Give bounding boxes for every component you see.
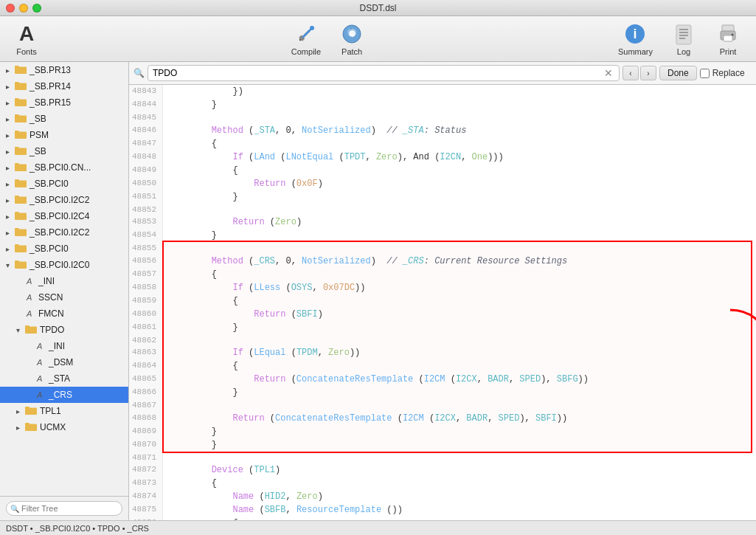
sidebar-item-SSCN[interactable]: A SSCN (0, 289, 128, 306)
arrow-icon: ▸ (6, 164, 15, 172)
table-row: 48859 { (129, 294, 756, 308)
filter-input[interactable] (6, 501, 122, 516)
arrow-icon: ▸ (6, 131, 15, 139)
sidebar-item-TPDO._INI[interactable]: A _INI (0, 338, 128, 354)
sidebar-item-_SB.PCI0.I2C2a[interactable]: ▸ _SB.PCI0.I2C2 (0, 192, 128, 208)
table-row: 48865 Return (ConcatenateResTemplate (I2… (129, 373, 756, 386)
arrow-icon: ▸ (6, 115, 15, 123)
table-row: 48843 }) (129, 85, 756, 98)
table-row: 48846 Method (_STA, 0, NotSerialized) //… (129, 124, 756, 137)
sidebar-item-label: _DSM (49, 357, 73, 367)
sidebar-item-_SB.PCI0.I2C0[interactable]: ▾ _SB.PCI0.I2C0 (0, 257, 128, 273)
sidebar-item-label: _SB.PCI0.I2C4 (30, 211, 89, 221)
print-label: Print (720, 47, 737, 56)
compile-label: Compile (291, 47, 321, 56)
arrow-icon: ▸ (6, 213, 15, 221)
sidebar-item-label: SSCN (38, 292, 63, 303)
main-content: ▸ _SB.PR13▸ _SB.PR14▸ _SB.PR15▸ _SB▸ PSM… (0, 62, 756, 520)
minimize-button[interactable] (19, 4, 28, 13)
compile-button[interactable]: Compile (284, 19, 328, 59)
sidebar-item-label: FMCN (38, 308, 64, 319)
svg-text:A: A (36, 390, 42, 399)
titlebar: DSDT.dsl (0, 0, 756, 16)
sidebar-item-label: _SB.PCI0.I2C0 (30, 260, 89, 270)
code-editor[interactable]: 48843 })48844 }4884548846 Method (_STA, … (129, 85, 756, 520)
sidebar-item-_SB.PCI0[interactable]: ▸ _SB.PCI0 (0, 176, 128, 192)
table-row: 48869 } (129, 425, 756, 438)
sidebar-item-label: _SB.PCI0.CN... (30, 162, 91, 173)
sidebar-item-PSM[interactable]: ▸ PSM (0, 127, 128, 143)
table-row: 48858 If (LLess (OSYS, 0x07DC)) (129, 281, 756, 294)
fonts-button[interactable]: A Fonts (7, 19, 46, 59)
replace-checkbox[interactable] (700, 69, 710, 78)
svg-text:i: i (634, 27, 637, 41)
log-button[interactable]: Log (663, 19, 704, 59)
folder-icon (15, 211, 27, 222)
log-icon (672, 22, 696, 46)
fonts-icon: A (15, 22, 38, 46)
window-controls (6, 4, 41, 13)
table-row: 48847 { (129, 137, 756, 151)
close-button[interactable] (6, 4, 15, 13)
folder-icon (15, 260, 27, 271)
search-input-wrap: ✕ (148, 65, 620, 81)
sidebar-item-_SB.PCI0.I2C2b[interactable]: ▸ _SB.PCI0.I2C2 (0, 224, 128, 241)
folder-icon (15, 97, 27, 108)
arrow-icon: ▸ (6, 83, 15, 91)
sidebar-item-FMCN[interactable]: A FMCN (0, 306, 128, 322)
editor-area: 🔍 ✕ ‹ › Done Replace 48843 })48844 (129, 62, 756, 520)
sidebar-item-_SB.PCI0.CN[interactable]: ▸ _SB.PCI0.CN... (0, 159, 128, 176)
sidebar-item-_SB.PR14[interactable]: ▸ _SB.PR14 (0, 78, 128, 94)
search-input[interactable] (153, 68, 603, 78)
done-button[interactable]: Done (659, 66, 697, 80)
file-icon: A (35, 389, 46, 401)
table-row: 48854 } (129, 229, 756, 242)
sidebar-item-_SB[interactable]: ▸ _SB (0, 111, 128, 127)
sidebar-item-label: _SB.PCI0 (30, 179, 69, 189)
sidebar-item-label: _SB (30, 114, 46, 124)
svg-rect-17 (724, 35, 732, 41)
patch-button[interactable]: ⚙ Patch (331, 19, 372, 59)
print-icon (716, 22, 740, 46)
sidebar-item-TPDO[interactable]: ▾ TPDO (0, 322, 128, 338)
sidebar-item-_SB.PR15[interactable]: ▸ _SB.PR15 (0, 94, 128, 111)
log-label: Log (677, 47, 690, 56)
table-row: 48849 { (129, 164, 756, 177)
sidebar-item-label: PSM (30, 130, 49, 140)
sidebar-item-_SB.PR13[interactable]: ▸ _SB.PR13 (0, 62, 128, 78)
svg-text:A: A (36, 358, 42, 367)
patch-icon: ⚙ (340, 22, 364, 46)
sidebar-item-_SB2[interactable]: ▸ _SB (0, 143, 128, 159)
search-prev-button[interactable]: ‹ (623, 66, 639, 80)
sidebar-item-TPDO._DSM[interactable]: A _DSM (0, 354, 128, 370)
search-next-button[interactable]: › (640, 66, 656, 80)
sidebar-item-label: _SB (30, 146, 46, 156)
sidebar-item-TPDO._CRS[interactable]: A _CRS (0, 387, 128, 403)
search-bar: 🔍 ✕ ‹ › Done Replace (129, 62, 756, 85)
sidebar-item-TPL1[interactable]: ▸ TPL1 (0, 403, 128, 419)
sidebar-item-label: _STA (49, 373, 70, 384)
print-button[interactable]: Print (707, 19, 749, 59)
sidebar-item-label: _SB.PCI0 (30, 244, 69, 254)
table-row: 48853 Return (Zero) (129, 215, 756, 229)
folder-icon (15, 130, 27, 141)
sidebar-item-TPDO._STA[interactable]: A _STA (0, 370, 128, 387)
summary-button[interactable]: i Summary (611, 19, 660, 59)
search-nav: ‹ › (623, 66, 656, 80)
sidebar-item-_SB.PCI0b[interactable]: ▸ _SB.PCI0 (0, 241, 128, 257)
table-row: 48876 { (129, 517, 756, 520)
summary-label: Summary (618, 47, 653, 56)
svg-text:A: A (26, 277, 32, 286)
window-title: DSDT.dsl (359, 3, 396, 13)
table-row: 48866 } (129, 386, 756, 399)
sidebar-item-UCMX[interactable]: ▸ UCMX (0, 419, 128, 435)
table-row: 48867 (129, 399, 756, 412)
code-content: 48843 })48844 }4884548846 Method (_STA, … (129, 85, 756, 520)
sidebar-item-label: _INI (49, 341, 65, 351)
sidebar-item-_INI[interactable]: A _INI (0, 273, 128, 289)
sidebar-item-_SB.PCI0.I2C4[interactable]: ▸ _SB.PCI0.I2C4 (0, 208, 128, 224)
table-row: 48874 Name (HID2, Zero) (129, 490, 756, 503)
maximize-button[interactable] (32, 4, 41, 13)
arrow-icon: ▸ (6, 245, 15, 253)
search-clear-button[interactable]: ✕ (603, 67, 614, 79)
